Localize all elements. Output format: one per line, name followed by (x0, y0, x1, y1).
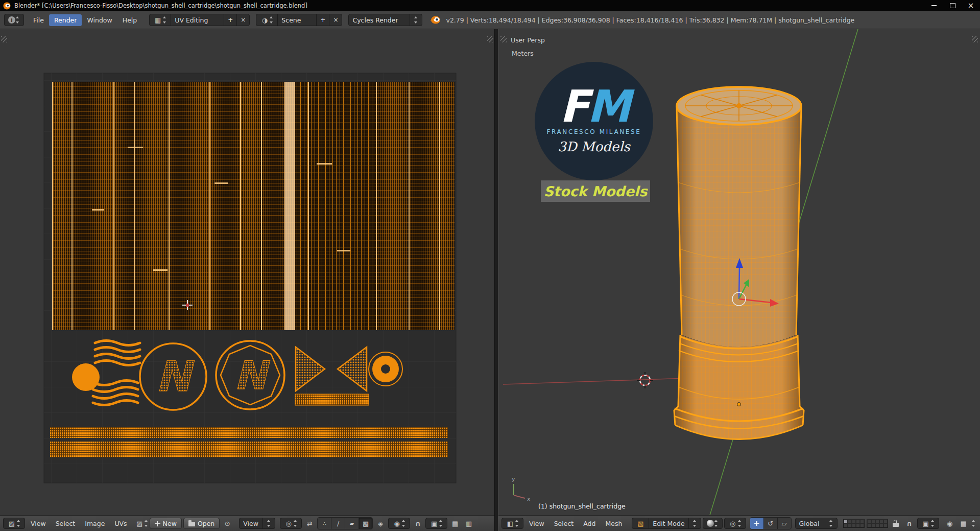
mode-dropdown[interactable]: Edit Mode (632, 518, 701, 529)
uv-select-island-button[interactable] (359, 518, 372, 529)
sync-icon (305, 519, 314, 528)
area-corner-widget[interactable] (500, 36, 507, 42)
blender-logo (429, 15, 441, 25)
scene-delete-button[interactable]: × (329, 14, 342, 26)
menu-window[interactable]: Window (82, 14, 117, 26)
layout-add-button[interactable]: + (224, 14, 237, 26)
minimize-button[interactable] (925, 0, 943, 11)
layout-name: UV Editing (171, 14, 224, 26)
v3d-menu-view[interactable]: View (525, 518, 548, 529)
uv-editor-canvas[interactable]: N N (0, 29, 494, 515)
maximize-button[interactable] (943, 0, 962, 11)
area-splitter[interactable] (494, 29, 498, 531)
uv-sticky-selection-button[interactable] (374, 518, 387, 529)
image-editor-icon (7, 519, 16, 528)
uv-mode-dropdown[interactable]: View (239, 518, 275, 529)
uv-menu-uvs[interactable]: UVs (110, 518, 131, 529)
pivot-icon (284, 519, 293, 528)
lock-to-scene-toggle[interactable] (890, 518, 902, 529)
opengl-render-animation-button[interactable] (958, 518, 970, 529)
opengl-render-image-button[interactable] (944, 518, 956, 529)
v3d-menu-add[interactable]: Add (579, 518, 600, 529)
paste-icon (464, 519, 473, 528)
manipulator-rotate-button[interactable] (764, 518, 778, 529)
uv-select-face-button[interactable] (345, 518, 359, 529)
viewport-editor-icon (506, 519, 515, 528)
manipulator-scale-button[interactable] (778, 518, 791, 529)
uv-menu-view[interactable]: View (27, 518, 50, 529)
copy-icon (450, 519, 460, 528)
menu-render[interactable]: Render (49, 14, 82, 26)
viewport-editor-type-selector[interactable] (501, 518, 523, 529)
pin-icon (223, 519, 232, 528)
viewport-shading-dropdown[interactable] (703, 518, 723, 529)
snap-element-dropdown[interactable] (917, 518, 939, 529)
scale-icon (780, 519, 789, 528)
info-header: File Render Window Help UV Editing + × S… (0, 11, 980, 29)
axis-x-label: x (527, 496, 531, 502)
scene-name: Scene (278, 14, 317, 26)
render-engine-dropdown[interactable]: Cycles Render (348, 14, 422, 26)
uv-editor-type-selector[interactable] (3, 518, 25, 529)
image-open-button[interactable]: Open (183, 518, 220, 529)
viewport-units-label: Meters (512, 50, 534, 57)
area-corner-widget[interactable] (487, 36, 493, 42)
sequence-icon (959, 519, 968, 528)
uv-proportional-edit-dropdown[interactable] (388, 518, 410, 529)
viewport-3d-canvas[interactable]: y x User Persp Meters (1) shotgun_shell_… (498, 29, 980, 515)
window-title: Blender* [C:\Users\Francesco-Fisso\Deskt… (14, 2, 307, 9)
lock-icon (893, 523, 899, 527)
island-mode-icon (361, 519, 370, 528)
editor-type-selector[interactable] (4, 14, 24, 26)
viewport-3d-area: y x User Persp Meters (1) shotgun_shell_… (498, 29, 980, 531)
layout-delete-button[interactable]: × (237, 14, 249, 26)
close-button[interactable]: × (962, 0, 980, 11)
layers-widget[interactable] (843, 519, 888, 528)
area-corner-widget[interactable] (972, 36, 978, 42)
image-pin-toggle[interactable] (221, 518, 233, 529)
menu-file[interactable]: File (28, 14, 49, 26)
rotate-icon (766, 519, 775, 528)
snap-toggle[interactable] (903, 518, 916, 529)
fm-logo-line: 3D Models (558, 139, 630, 154)
camera-icon (945, 519, 954, 528)
uv-sync-selection-toggle[interactable] (303, 518, 316, 529)
v3d-menu-select[interactable]: Select (550, 518, 578, 529)
pivot-icon (728, 519, 737, 528)
pivot-point-dropdown[interactable] (724, 518, 746, 529)
viewport-projection-label: User Persp (511, 36, 545, 44)
screen-layout-selector[interactable]: UV Editing + × (149, 14, 250, 26)
scene-statistics: v2.79 | Verts:18,494/18,494 | Edges:36,9… (446, 16, 854, 24)
scene-add-button[interactable]: + (317, 14, 329, 26)
uv-snap-toggle[interactable] (412, 518, 424, 529)
uv-menu-image[interactable]: Image (81, 518, 109, 529)
snap-element-icon (429, 519, 439, 528)
manipulator-group (750, 517, 792, 529)
shading-sphere-icon (707, 520, 714, 527)
object-origin-dot (737, 403, 741, 406)
transform-orientation-dropdown[interactable]: Global (795, 518, 838, 529)
image-browse-icon (135, 519, 144, 528)
area-corner-widget[interactable] (1, 36, 7, 42)
uv-pivot-dropdown[interactable] (280, 518, 302, 529)
image-new-button[interactable]: New (150, 518, 182, 529)
magnet-icon (413, 519, 422, 528)
uv-select-vertex-button[interactable] (318, 518, 331, 529)
render-engine-value: Cycles Render (349, 14, 410, 26)
uv-menu-select[interactable]: Select (52, 518, 80, 529)
uv-select-edge-button[interactable] (331, 518, 345, 529)
uv-paste-button[interactable] (463, 518, 475, 529)
uv-editor-header: View Select Image UVs New Open View (0, 515, 494, 531)
face-mode-icon (347, 519, 356, 528)
uv-logo-letter-2: N (234, 353, 270, 398)
uv-snap-element-dropdown[interactable] (425, 518, 447, 529)
manipulator-translate-button[interactable] (750, 518, 764, 529)
axis-y-label: y (512, 476, 515, 482)
uv-copy-button[interactable] (449, 518, 461, 529)
scene-selector[interactable]: Scene + × (256, 14, 342, 26)
v3d-menu-mesh[interactable]: Mesh (601, 518, 626, 529)
header-overflow-arrows[interactable] (971, 519, 976, 527)
menu-help[interactable]: Help (117, 14, 142, 26)
image-browse-button[interactable] (136, 518, 148, 529)
orientation-value: Global (796, 518, 825, 528)
